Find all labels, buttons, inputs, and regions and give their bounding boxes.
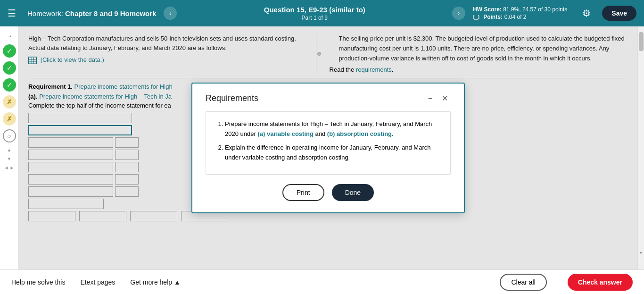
question-info: Question 15, E9-23 (similar to) Part 1 o…: [184, 6, 445, 21]
save-button[interactable]: Save: [602, 6, 636, 21]
scroll-left[interactable]: ◄: [4, 165, 9, 170]
scroll-right[interactable]: ►: [10, 165, 15, 170]
modal-body: Prepare income statements for High – Tec…: [206, 111, 451, 174]
part-label: Part 1 of 9: [184, 15, 445, 21]
scroll-down[interactable]: ▼: [7, 156, 12, 161]
scroll-thumb[interactable]: [639, 32, 644, 51]
requirement-item-1: Prepare income statements for High – Tec…: [225, 119, 441, 139]
sidebar-circle[interactable]: ○: [3, 129, 16, 143]
modal-overlay: Requirements − ✕ Prepare income statemen…: [19, 26, 637, 269]
menu-icon[interactable]: ☰: [8, 8, 16, 19]
requirements-modal: Requirements − ✕ Prepare income statemen…: [191, 83, 465, 213]
question-title: Question 15, E9-23 (similar to): [184, 6, 445, 14]
print-button[interactable]: Print: [282, 184, 324, 201]
page-body: → ✓ ✓ ✓ ✗ ✗ ○ ▲ ▼ ◄ ► High – Tech Corpor…: [0, 26, 644, 269]
homework-label: Homework: Chapter 8 and 9 Homework: [27, 9, 156, 17]
etext-pages-link[interactable]: Etext pages: [80, 278, 115, 286]
bottom-bar: Help me solve this Etext pages Get more …: [0, 269, 644, 294]
help-me-solve-link[interactable]: Help me solve this: [11, 278, 65, 286]
settings-button[interactable]: ⚙: [582, 8, 591, 19]
modal-close-button[interactable]: ✕: [439, 93, 451, 104]
req-highlight-a: (a) variable costing: [257, 130, 313, 137]
scroll-bottom-arrow[interactable]: ▼: [639, 251, 643, 255]
main-content: High – Tech Corporation manufactures and…: [19, 26, 637, 269]
sidebar-check-1[interactable]: ✓: [3, 44, 16, 58]
modal-controls: − ✕: [425, 93, 451, 104]
top-header: ☰ Homework: Chapter 8 and 9 Homework ‹ Q…: [0, 0, 644, 26]
sidebar-check-3[interactable]: ✓: [3, 78, 16, 92]
progress-icon: [473, 14, 479, 20]
requirement-item-2: Explain the difference in operating inco…: [225, 143, 441, 163]
modal-header: Requirements − ✕: [206, 93, 451, 104]
clear-all-button[interactable]: Clear all: [500, 274, 546, 291]
req-highlight-b: (b) absorption costing: [327, 130, 392, 137]
get-more-help-link[interactable]: Get more help ▲: [130, 278, 180, 286]
sidebar-forward-arrow[interactable]: →: [4, 30, 15, 42]
vertical-scrollbar[interactable]: ▼: [637, 26, 644, 269]
sidebar-x-1[interactable]: ✗: [3, 95, 16, 109]
modal-footer: Print Done: [206, 184, 451, 201]
modal-minimize-button[interactable]: −: [425, 93, 435, 104]
scroll-up[interactable]: ▲: [7, 147, 12, 152]
left-sidebar: → ✓ ✓ ✓ ✗ ✗ ○ ▲ ▼ ◄ ►: [0, 26, 19, 269]
modal-title: Requirements: [206, 93, 258, 103]
check-answer-button[interactable]: Check answer: [568, 274, 633, 291]
done-button[interactable]: Done: [332, 184, 374, 201]
sidebar-check-2[interactable]: ✓: [3, 61, 16, 75]
prev-question-button[interactable]: ‹: [164, 7, 177, 20]
score-info: HW Score: 81.9%, 24.57 of 30 points Poin…: [473, 6, 567, 20]
next-question-button[interactable]: ›: [452, 7, 465, 20]
sidebar-x-2[interactable]: ✗: [3, 112, 16, 126]
